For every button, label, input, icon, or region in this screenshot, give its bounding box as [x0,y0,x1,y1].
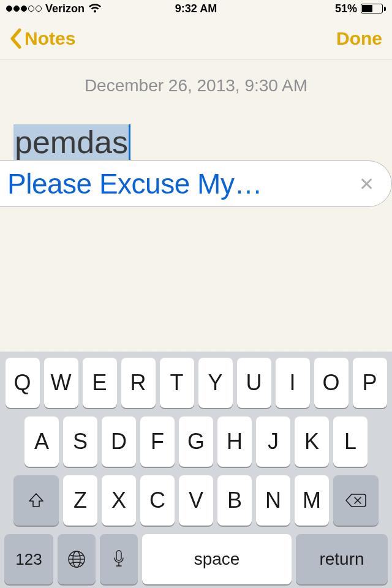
battery-icon [361,4,386,13]
key-j[interactable]: J [256,417,290,467]
key-a[interactable]: A [24,417,59,467]
key-m[interactable]: M [295,475,329,526]
key-q[interactable]: Q [6,358,40,408]
note-content[interactable]: December 26, 2013, 9:30 AM pemdas Please… [0,60,392,352]
done-button[interactable]: Done [336,28,382,49]
nav-bar: Notes Done [0,17,392,60]
svg-rect-3 [116,551,121,560]
key-c[interactable]: C [140,475,175,526]
key-f[interactable]: F [140,417,175,467]
space-key[interactable]: space [142,534,292,584]
keyboard-row-3: ZXCVBNM [3,475,389,526]
note-body[interactable]: pemdas [0,102,392,162]
key-v[interactable]: V [179,475,213,526]
numbers-key[interactable]: 123 [4,534,53,584]
key-z[interactable]: Z [63,475,97,526]
key-i[interactable]: I [276,358,310,408]
back-label: Notes [24,28,75,49]
dictation-key[interactable] [100,534,138,584]
status-left: Verizon [6,2,102,15]
key-l[interactable]: L [333,417,368,467]
key-d[interactable]: D [102,417,136,467]
shift-key[interactable] [13,475,59,526]
key-t[interactable]: T [160,358,194,408]
chevron-left-icon [10,28,22,49]
status-bar: Verizon 9:32 AM 51% [0,0,392,17]
key-b[interactable]: B [217,475,252,526]
return-key[interactable]: return [296,534,388,584]
key-k[interactable]: K [295,417,329,467]
key-g[interactable]: G [179,417,213,467]
key-o[interactable]: O [314,358,349,408]
key-w[interactable]: W [44,358,78,408]
key-p[interactable]: P [353,358,387,408]
key-r[interactable]: R [121,358,156,408]
signal-strength [6,6,42,12]
keyboard-row-4: 123 space return [3,534,389,584]
key-s[interactable]: S [63,417,97,467]
key-x[interactable]: X [102,475,136,526]
status-right: 51% [335,2,386,15]
text-cursor [129,124,130,160]
battery-pct-label: 51% [335,2,357,15]
selected-text[interactable]: pemdas [13,124,129,160]
globe-key[interactable] [58,534,96,584]
keyboard-row-1: QWERTYUIOP [3,358,389,408]
key-n[interactable]: N [256,475,290,526]
key-h[interactable]: H [217,417,252,467]
back-button[interactable]: Notes [10,28,75,49]
wifi-icon [88,4,102,13]
suggestion-text[interactable]: Please Excuse My… [7,167,354,200]
key-y[interactable]: Y [198,358,233,408]
key-u[interactable]: U [237,358,271,408]
text-replacement-suggestion[interactable]: Please Excuse My… ✕ [0,160,392,207]
status-time: 9:32 AM [175,2,217,15]
backspace-key[interactable] [333,475,379,526]
keyboard: QWERTYUIOP ASDFGHJKL ZXCVBNM 123 space r… [0,352,392,588]
keyboard-row-2: ASDFGHJKL [3,417,389,467]
close-icon[interactable]: ✕ [354,168,379,200]
carrier-label: Verizon [45,2,85,15]
note-timestamp: December 26, 2013, 9:30 AM [0,60,392,102]
key-e[interactable]: E [83,358,117,408]
